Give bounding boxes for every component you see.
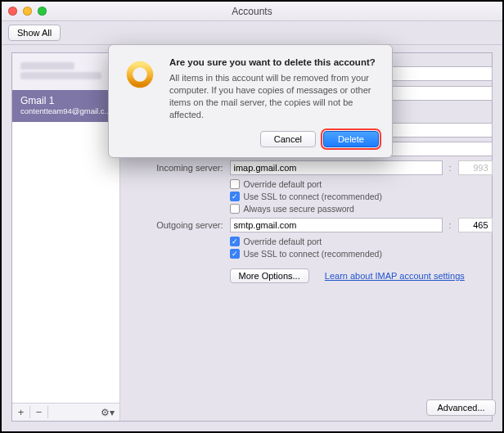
dialog-description: All items in this account will be remove… xyxy=(169,72,379,120)
redacted-text xyxy=(20,62,74,70)
preferences-toolbar: Show All xyxy=(2,21,502,45)
accounts-sidebar: Gmail 1 contentteam94@gmail.c... + − ⚙▾ xyxy=(12,53,120,421)
sidebar-item-account-0[interactable] xyxy=(12,53,119,90)
incoming-server-field[interactable] xyxy=(230,160,443,175)
outgoing-use-ssl-checkbox[interactable]: ✓ xyxy=(230,249,240,259)
sidebar-item-label: Gmail 1 xyxy=(20,95,111,106)
window-title: Accounts xyxy=(2,6,502,17)
redacted-text xyxy=(20,72,101,79)
checkbox-label: Use SSL to connect (recommended) xyxy=(244,249,382,259)
outgoing-server-field[interactable] xyxy=(230,218,443,232)
sidebar-item-sublabel: contentteam94@gmail.c... xyxy=(20,106,111,115)
outgoing-label: Outgoing server: xyxy=(125,220,223,230)
incoming-use-ssl-checkbox[interactable]: ✓ xyxy=(230,192,240,201)
incoming-override-port-checkbox[interactable] xyxy=(230,179,240,189)
incoming-secure-password-checkbox[interactable] xyxy=(230,204,240,214)
delete-button[interactable]: Delete xyxy=(323,131,379,147)
sidebar-item-account-1[interactable]: Gmail 1 contentteam94@gmail.c... xyxy=(12,90,119,122)
more-options-button[interactable]: More Options... xyxy=(230,268,309,283)
incoming-port-field[interactable] xyxy=(458,160,493,175)
gear-button[interactable]: ⚙▾ xyxy=(97,407,119,418)
checkbox-label: Use SSL to connect (recommended) xyxy=(244,192,382,201)
delete-account-dialog: Are you sure you want to delete this acc… xyxy=(108,44,393,158)
window-titlebar: Accounts xyxy=(2,2,502,21)
sidebar-footer: + − ⚙▾ xyxy=(12,403,119,421)
remove-account-button[interactable]: − xyxy=(30,406,48,418)
svg-point-0 xyxy=(130,65,151,85)
checkbox-label: Override default port xyxy=(244,179,322,189)
outgoing-port-field[interactable] xyxy=(458,218,493,232)
add-account-button[interactable]: + xyxy=(12,406,30,418)
cancel-button[interactable]: Cancel xyxy=(260,131,316,147)
show-all-button[interactable]: Show All xyxy=(8,25,61,41)
accounts-list[interactable]: Gmail 1 contentteam94@gmail.c... xyxy=(12,53,119,403)
outlook-icon xyxy=(120,56,160,147)
learn-imap-link[interactable]: Learn about IMAP account settings xyxy=(325,271,465,281)
dialog-title: Are you sure you want to delete this acc… xyxy=(169,56,379,68)
outgoing-override-port-checkbox[interactable]: ✓ xyxy=(230,237,240,246)
gear-icon: ⚙ xyxy=(101,407,110,418)
advanced-button[interactable]: Advanced... xyxy=(426,399,495,416)
checkbox-label: Always use secure password xyxy=(244,204,354,214)
checkbox-label: Override default port xyxy=(244,237,322,246)
incoming-label: Incoming server: xyxy=(125,163,223,173)
